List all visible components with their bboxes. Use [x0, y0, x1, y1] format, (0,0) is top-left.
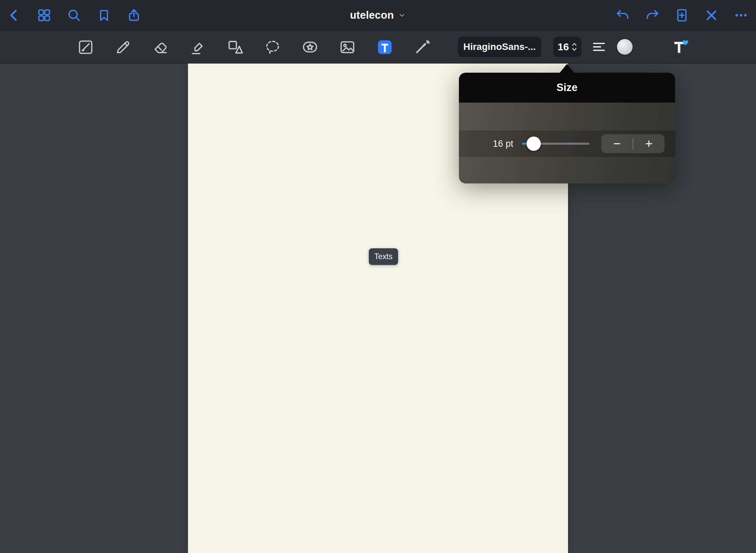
size-increase-button[interactable] — [633, 134, 665, 153]
size-popover-body: 16 pt — [459, 103, 675, 183]
elements-tool[interactable] — [299, 36, 321, 58]
pen-tool[interactable] — [112, 36, 134, 58]
text-style-favorites-button[interactable] — [668, 35, 691, 58]
font-family-label: HiraginoSans-... — [463, 41, 536, 52]
add-page-button[interactable] — [674, 7, 690, 23]
thumbnails-grid-icon — [37, 8, 52, 23]
redo-button[interactable] — [644, 7, 660, 23]
size-popover: Size 16 pt — [459, 64, 675, 183]
canvas-area: Texts Size 16 pt — [0, 64, 756, 553]
photo-tool[interactable] — [337, 36, 358, 58]
highlighter-icon — [189, 38, 207, 56]
tool-group — [75, 31, 433, 63]
back-chevron-icon — [7, 8, 22, 23]
size-value-label: 16 pt — [472, 139, 513, 149]
laser-pointer-icon — [413, 38, 431, 56]
color-swatch-icon — [617, 39, 633, 55]
laser-pointer-tool[interactable] — [411, 36, 433, 58]
page-mode-icon — [76, 38, 95, 56]
popover-spacer — [459, 103, 675, 130]
share-button[interactable] — [126, 7, 142, 23]
undo-icon — [615, 8, 630, 23]
text-tool-icon — [376, 38, 394, 56]
up-down-chevrons-icon — [571, 42, 577, 52]
top-bar-right-group — [615, 7, 756, 23]
top-navigation-bar: utelecon — [0, 0, 756, 31]
size-decrease-button[interactable] — [601, 134, 633, 153]
photo-icon — [338, 38, 357, 56]
close-button[interactable] — [703, 7, 720, 23]
font-size-button[interactable]: 16 — [553, 37, 581, 57]
bookmark-icon — [97, 8, 111, 23]
tools-toolbar: HiraginoSans-... 16 — [0, 31, 756, 64]
text-favorite-heart-icon — [670, 37, 689, 56]
popover-arrow — [560, 64, 574, 73]
lasso-icon — [263, 38, 282, 56]
size-slider-row: 16 pt — [459, 130, 675, 157]
close-x-icon — [704, 8, 719, 23]
eraser-tool[interactable] — [150, 36, 171, 58]
popover-spacer — [459, 157, 675, 183]
add-page-icon — [674, 8, 689, 23]
redo-icon — [645, 8, 660, 23]
document-title-button[interactable]: utelecon — [350, 9, 406, 21]
page-mode-tool[interactable] — [75, 36, 97, 58]
selected-text-object[interactable]: Texts — [369, 248, 398, 265]
undo-button[interactable] — [615, 7, 631, 23]
eraser-icon — [151, 38, 170, 56]
text-tool[interactable] — [374, 36, 396, 58]
highlighter-tool[interactable] — [187, 36, 209, 58]
search-icon — [67, 8, 82, 23]
text-align-button[interactable] — [588, 36, 610, 58]
bookmark-button[interactable] — [96, 7, 112, 23]
plus-icon — [644, 139, 654, 149]
more-ellipsis-icon — [734, 8, 749, 23]
chevron-down-icon — [398, 11, 406, 19]
shapes-tool[interactable] — [224, 36, 246, 58]
font-size-value: 16 — [557, 41, 569, 53]
size-popover-title: Size — [459, 73, 675, 103]
search-button[interactable] — [66, 7, 82, 23]
document-title: utelecon — [350, 9, 394, 21]
text-color-button[interactable] — [614, 36, 636, 58]
size-stepper — [601, 134, 665, 153]
elements-sticker-icon — [301, 38, 319, 56]
shapes-icon — [226, 38, 244, 56]
size-slider[interactable] — [522, 130, 589, 157]
minus-icon — [612, 139, 622, 149]
text-align-icon — [591, 39, 606, 54]
font-family-button[interactable]: HiraginoSans-... — [458, 37, 541, 57]
more-button[interactable] — [733, 7, 749, 23]
thumbnails-button[interactable] — [36, 7, 52, 23]
lasso-tool[interactable] — [262, 36, 284, 58]
share-icon — [126, 8, 141, 23]
pen-icon — [114, 38, 132, 56]
top-bar-left-group — [0, 7, 142, 23]
back-button[interactable] — [6, 7, 22, 23]
size-slider-thumb[interactable] — [527, 137, 541, 151]
